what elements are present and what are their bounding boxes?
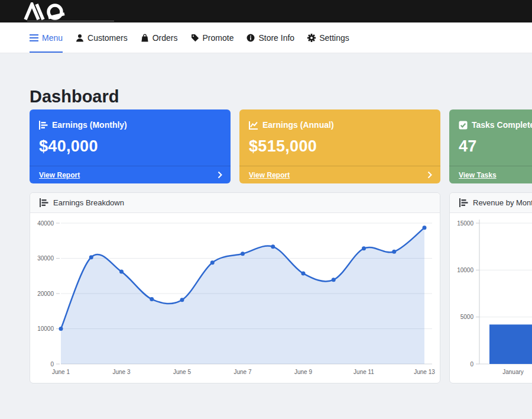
svg-text:January: January	[502, 369, 524, 375]
revenue-by-month-card: Revenue by Month 050001000015000January	[449, 192, 532, 383]
svg-text:20000: 20000	[37, 291, 54, 297]
stat-card-earnings-monthly: Earnings (Monthly) $40,000 View Report	[30, 109, 231, 183]
person-icon	[76, 34, 84, 42]
chart-title: Revenue by Month	[473, 198, 532, 207]
nav-item-label: Promote	[203, 33, 234, 43]
svg-text:June 3: June 3	[112, 369, 130, 375]
svg-text:15000: 15000	[457, 220, 473, 227]
stat-card-earnings-annual: Earnings (Annual) $515,000 View Report	[239, 109, 440, 183]
active-tab-underline	[30, 51, 63, 53]
view-tasks-link[interactable]: View Tasks	[449, 166, 532, 183]
stat-card-title: Earnings (Monthly)	[52, 120, 127, 130]
svg-text:10000: 10000	[37, 325, 54, 332]
dashboard-screen: Menu Customers Orders Promote	[0, 0, 532, 419]
svg-text:5000: 5000	[460, 314, 474, 320]
svg-text:30000: 30000	[37, 255, 54, 262]
stat-card-value: $40,000	[39, 137, 221, 156]
svg-text:10000: 10000	[457, 267, 473, 273]
bar-chart-icon	[459, 198, 468, 207]
earnings-breakdown-card: Earnings Breakdown 010000200003000040000…	[30, 192, 440, 383]
revenue-by-month-header: Revenue by Month	[450, 193, 532, 213]
chevron-right-icon	[427, 171, 432, 179]
aq-logo-icon	[24, 2, 80, 20]
nav-item-settings[interactable]: Settings	[307, 22, 349, 53]
stat-card-value: $515,000	[249, 137, 431, 156]
stat-card-value: 47	[459, 137, 532, 156]
svg-text:June 9: June 9	[294, 369, 312, 375]
svg-text:0: 0	[50, 361, 54, 368]
svg-text:June 7: June 7	[233, 369, 251, 375]
gear-icon	[307, 34, 316, 42]
shopping-bag-icon	[141, 34, 149, 42]
earnings-breakdown-chart[interactable]: 010000200003000040000June 1June 3June 5J…	[30, 213, 440, 383]
svg-text:June 13: June 13	[414, 369, 435, 375]
nav-item-label: Orders	[153, 33, 178, 43]
svg-text:June 5: June 5	[173, 369, 191, 375]
check-square-icon	[459, 121, 468, 130]
bar-chart-icon	[40, 198, 48, 207]
nav-item-label: Customers	[87, 33, 128, 43]
view-report-label: View Report	[39, 171, 80, 179]
main-nav: Menu Customers Orders Promote	[0, 22, 532, 53]
svg-text:June 11: June 11	[353, 369, 374, 375]
view-report-label: View Report	[249, 171, 290, 179]
stat-card-title: Earnings (Annual)	[262, 120, 334, 130]
nav-item-label: Store Info	[258, 33, 294, 43]
logo-underline	[27, 21, 114, 21]
brand-bar	[0, 0, 532, 22]
revenue-by-month-chart[interactable]: 050001000015000January	[450, 213, 532, 383]
svg-text:0: 0	[470, 361, 473, 368]
tag-icon	[191, 34, 199, 42]
view-report-link[interactable]: View Report	[30, 166, 231, 183]
nav-item-label: Menu	[42, 33, 63, 43]
view-tasks-label: View Tasks	[459, 171, 497, 179]
nav-item-store-info[interactable]: Store Info	[246, 22, 294, 53]
stat-card-title: Tasks Completed	[472, 120, 532, 130]
nav-item-promote[interactable]: Promote	[191, 22, 234, 53]
nav-item-customers[interactable]: Customers	[76, 22, 128, 53]
aq-logo[interactable]	[24, 2, 80, 22]
nav-item-label: Settings	[319, 33, 349, 43]
chevron-right-icon	[218, 171, 222, 179]
nav-item-menu[interactable]: Menu	[30, 22, 63, 53]
svg-text:June 1: June 1	[52, 369, 70, 375]
svg-text:40000: 40000	[37, 220, 54, 227]
page-title: Dashboard	[30, 87, 119, 107]
chart-title: Earnings Breakdown	[53, 198, 124, 207]
nav-item-orders[interactable]: Orders	[141, 22, 178, 53]
bar-chart-icon	[39, 121, 48, 130]
info-icon	[246, 34, 255, 42]
hamburger-icon	[30, 34, 38, 41]
earnings-breakdown-header: Earnings Breakdown	[30, 193, 440, 213]
view-report-link[interactable]: View Report	[239, 166, 440, 183]
line-chart-icon	[249, 121, 258, 130]
stat-card-tasks-completed: Tasks Completed 47 View Tasks	[449, 109, 532, 183]
